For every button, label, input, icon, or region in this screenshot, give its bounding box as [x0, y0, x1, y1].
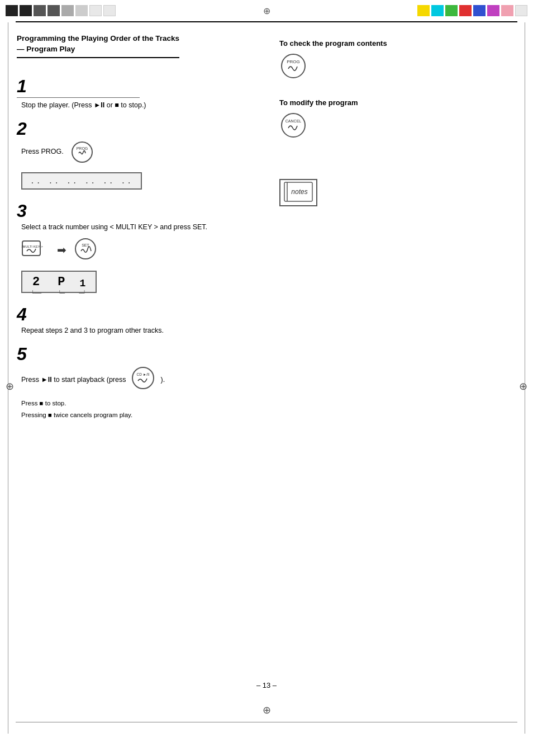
seg-char-1: 2	[32, 275, 40, 289]
seg-char-3: 1	[79, 278, 85, 289]
seg-label-2: └─	[58, 290, 65, 296]
bar-color-pink	[501, 5, 513, 16]
main-content: Programming the Playing Order of the Tra…	[0, 22, 533, 431]
step-1-desc: Stop the player. (Press ►II or ■ to stop…	[21, 100, 263, 111]
svg-text:PROG: PROG	[287, 59, 300, 64]
step-5-number: 5	[17, 345, 263, 363]
bar-block-5	[61, 5, 74, 16]
seg-char-2-wrap: P └─	[58, 276, 65, 289]
prog-icon-right: PROG	[279, 52, 516, 82]
svg-point-8	[282, 54, 305, 78]
display-box-step3: 2 └── P └─ 1 ─┘	[21, 271, 97, 293]
svg-rect-2	[22, 241, 40, 256]
step-5-note1: Press ■ to stop.	[21, 399, 263, 408]
bottom-section: – 13 – ⊕	[0, 664, 533, 722]
step-1-number: 1	[17, 77, 263, 95]
section-title: Programming the Playing Order of the Tra…	[17, 34, 179, 58]
bar-block-1	[6, 5, 18, 16]
svg-text:notes: notes	[291, 188, 307, 196]
prog-button-icon: PROG	[70, 140, 94, 164]
step-1-rule	[17, 97, 140, 98]
svg-point-0	[72, 142, 92, 162]
bar-color-magenta	[487, 5, 499, 16]
step-5-text2: ).	[160, 375, 165, 385]
set-button-icon: SET	[73, 237, 98, 263]
seg-char-3-wrap: 1 ─┘	[79, 278, 85, 289]
seg-label-1: └──	[31, 290, 41, 296]
right-heading2: To modify the program	[279, 98, 516, 107]
bar-color-yellow	[417, 5, 430, 16]
seg-char-2: P	[58, 275, 65, 289]
bar-block-4	[47, 5, 60, 16]
step-3-icon-row: < MULTI KEY > ➡ SET	[21, 237, 263, 263]
right-heading1: To check the program contents	[279, 39, 516, 48]
bottom-horizontal-rule	[16, 722, 517, 722]
bar-color-green	[445, 5, 458, 16]
svg-point-4	[75, 239, 96, 259]
title-line2: — Program Play	[17, 45, 75, 53]
step-2-number: 2	[17, 120, 263, 138]
cd-play-icon: CD ►/II	[130, 365, 156, 394]
notes-section: notes	[279, 174, 516, 206]
step-5-note2: Pressing ■ twice cancels program play.	[21, 410, 263, 420]
multi-key-button-icon: < MULTI KEY >	[21, 237, 50, 263]
bar-color-blue	[473, 5, 486, 16]
svg-point-6	[132, 367, 154, 389]
svg-point-10	[282, 114, 305, 137]
bar-color-cyan	[431, 5, 444, 16]
step-3-desc: Select a track number using < MULTI KEY …	[21, 222, 263, 233]
arrow-icon: ➡	[57, 243, 66, 257]
seg-char-1-wrap: 2 └──	[32, 276, 40, 289]
step-2-desc: Press PROG. PROG	[21, 140, 263, 164]
bar-block-6	[75, 5, 88, 16]
svg-text:PROG: PROG	[77, 147, 88, 150]
step-3-number: 3	[17, 202, 263, 220]
bar-block-2	[20, 5, 32, 16]
step-5-text: Press ►II to start playback (press	[21, 375, 126, 385]
svg-text:CANCEL: CANCEL	[285, 119, 302, 123]
top-bar-right-blocks	[417, 5, 527, 16]
notes-icon: notes	[279, 179, 317, 206]
bar-block-3	[34, 5, 46, 16]
bottom-crosshair: ⊕	[0, 704, 533, 716]
cancel-icon-right: CANCEL	[279, 111, 516, 141]
seg-label-3: ─┘	[79, 290, 86, 296]
svg-text:CD ►/II: CD ►/II	[137, 372, 150, 376]
display-box-step2: .. .. .. .. .. ..	[21, 172, 142, 190]
step-4-number: 4	[17, 305, 263, 323]
top-center-crosshair: ⊕	[263, 6, 270, 16]
step-4-desc: Repeat steps 2 and 3 to program other tr…	[21, 325, 263, 336]
right-column: To check the program contents PROG To mo…	[274, 34, 516, 420]
page-number: – 13 –	[0, 681, 533, 701]
top-bar: ⊕	[0, 0, 533, 21]
title-line1: Programming the Playing Order of the Tra…	[17, 34, 179, 42]
bar-color-white	[515, 5, 527, 16]
step-5-desc: Press ►II to start playback (press CD ►/…	[21, 365, 263, 394]
left-column: Programming the Playing Order of the Tra…	[17, 34, 274, 420]
bar-block-8	[103, 5, 116, 16]
bar-color-red	[459, 5, 472, 16]
bar-block-7	[89, 5, 102, 16]
top-bar-left-blocks	[6, 5, 116, 16]
two-column-layout: Programming the Playing Order of the Tra…	[17, 34, 516, 420]
svg-text:< MULTI KEY >: < MULTI KEY >	[21, 245, 43, 248]
